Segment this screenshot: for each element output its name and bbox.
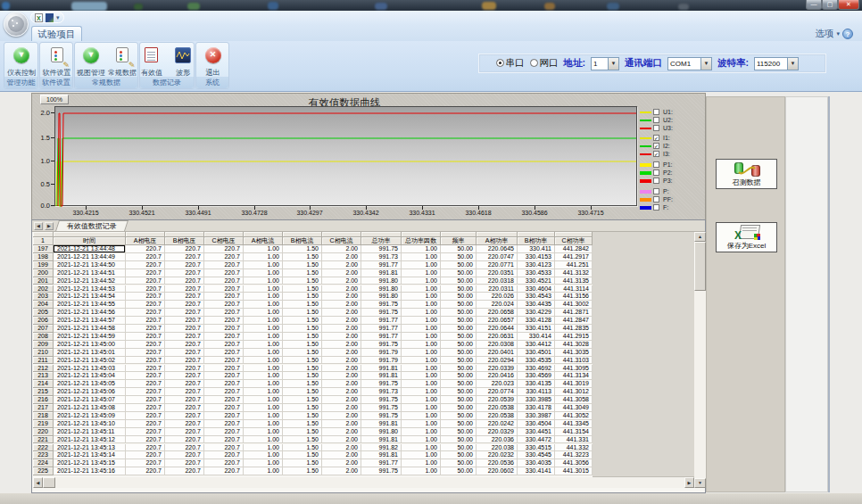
grid-cell[interactable]: 330.4504 xyxy=(518,420,555,428)
grid-cell[interactable]: 50.00 xyxy=(441,349,477,357)
grid-cell[interactable]: 330.4178 xyxy=(518,404,555,412)
grid-cell[interactable]: 50.00 xyxy=(441,467,477,475)
grid-cell[interactable]: 220.7 xyxy=(204,349,244,357)
grid-cell[interactable]: 441.332 xyxy=(555,444,593,452)
help-icon[interactable]: ? xyxy=(842,29,853,39)
grid-cell[interactable]: 2.00 xyxy=(322,444,361,452)
grid-cell[interactable]: 220.7 xyxy=(126,428,165,436)
grid-cell[interactable]: 1.00 xyxy=(402,317,441,325)
grid-cell[interactable]: 220.7 xyxy=(204,325,244,333)
grid-cell[interactable]: 220.0401 xyxy=(477,349,518,357)
grid-cell[interactable]: 441.3058 xyxy=(555,396,593,404)
grid-cell[interactable]: 2021-12-21 13:45:08 xyxy=(54,404,126,412)
grid-cell[interactable]: 220.0536 xyxy=(477,459,518,467)
grid-cell[interactable]: 220.7 xyxy=(204,261,244,269)
excel-icon[interactable]: X xyxy=(35,13,43,22)
ribbon-button-仪表控制[interactable]: ▼仪表控制 xyxy=(6,45,37,78)
grid-cell[interactable]: 220.7 xyxy=(126,317,165,325)
grid-cell[interactable]: 1.50 xyxy=(283,309,322,317)
grid-cell[interactable]: 220.7 xyxy=(165,293,204,301)
grid-cell[interactable]: 441.3012 xyxy=(555,388,593,396)
grid-cell[interactable]: 330.4123 xyxy=(518,261,555,269)
grid-cell[interactable]: 50.00 xyxy=(441,325,477,333)
grid-cell[interactable]: 220.7 xyxy=(204,253,244,261)
grid-cell[interactable]: 1.50 xyxy=(283,277,322,285)
tab-test-project[interactable]: 试验项目 xyxy=(31,26,82,41)
grid-cell[interactable]: 1.00 xyxy=(402,420,441,428)
grid-cell[interactable]: 330.4569 xyxy=(518,372,555,380)
grid-cell[interactable]: 220.7 xyxy=(126,404,165,412)
grid-cell[interactable]: 1.50 xyxy=(283,301,322,309)
grid-cell[interactable]: 220.7 xyxy=(204,357,244,365)
grid-cell[interactable]: 220.7 xyxy=(165,333,204,341)
grid-cell[interactable]: 220.7 xyxy=(204,372,244,380)
horizontal-scrollbar[interactable] xyxy=(33,477,694,488)
grid-cell[interactable]: 220.7 xyxy=(204,396,244,404)
grid-cell[interactable]: 50.00 xyxy=(441,436,477,444)
grid-cell[interactable]: 50.00 xyxy=(441,357,477,365)
grid-cell[interactable]: 220.7 xyxy=(126,245,165,253)
grid-cell[interactable]: 441.3132 xyxy=(555,269,593,277)
grid-cell[interactable]: 441.3002 xyxy=(555,301,593,309)
grid-cell[interactable]: 330.4451 xyxy=(518,428,555,436)
grid-cell[interactable]: 220.7 xyxy=(126,380,165,388)
grid-cell[interactable]: 1.00 xyxy=(244,293,283,301)
grid-cell[interactable]: 2.00 xyxy=(322,277,361,285)
grid-cell[interactable]: 1.00 xyxy=(244,404,283,412)
grid-cell[interactable]: 2021-12-21 13:44:52 xyxy=(54,277,126,285)
grid-cell[interactable]: 991.81 xyxy=(361,269,402,277)
grid-cell[interactable]: 220.7 xyxy=(126,285,165,293)
grid-cell[interactable]: 220.7 xyxy=(204,444,244,452)
grid-cell[interactable]: 220.7 xyxy=(204,285,244,293)
grid-cell[interactable]: 220.0747 xyxy=(477,253,518,261)
grid-cell[interactable]: 2021-12-21 13:45:14 xyxy=(54,451,126,459)
grid-cell[interactable]: 1.00 xyxy=(402,451,441,459)
grid-cell[interactable]: 2021-12-21 13:44:54 xyxy=(54,293,126,301)
grid-cell[interactable]: 991.75 xyxy=(361,380,402,388)
grid-cell[interactable]: 220.7 xyxy=(165,301,204,309)
legend-checkbox[interactable]: ✓ xyxy=(653,135,659,141)
grid-cell[interactable]: 220.7 xyxy=(126,388,165,396)
grid-cell[interactable]: 441.3056 xyxy=(555,459,593,467)
grid-cell[interactable]: 1.00 xyxy=(244,277,283,285)
grid-cell[interactable]: 220.0602 xyxy=(477,467,518,475)
grid-cell[interactable]: 220.7 xyxy=(165,277,204,285)
grid-cell[interactable]: 991.75 xyxy=(361,396,402,404)
grid-cell[interactable]: 991.80 xyxy=(361,428,402,436)
ribbon-button-退出[interactable]: ✕退出 xyxy=(198,45,228,78)
grid-cell[interactable]: 50.00 xyxy=(441,277,477,285)
grid-cell[interactable]: 441.3103 xyxy=(555,357,593,365)
grid-cell[interactable]: 2.00 xyxy=(322,451,361,459)
grid-cell[interactable]: 330.4501 xyxy=(518,349,555,357)
grid-cell[interactable]: 220.0232 xyxy=(477,451,518,459)
grid-cell[interactable]: 50.00 xyxy=(441,404,477,412)
grid-cell[interactable]: 330.4141 xyxy=(518,467,555,475)
fetch-data-button[interactable]: 召测数据 xyxy=(716,159,777,189)
grid-cell[interactable]: 330.4604 xyxy=(518,285,555,293)
grid-cell[interactable]: 1.00 xyxy=(402,293,441,301)
grid-cell[interactable]: 220.7 xyxy=(165,412,204,420)
grid-cell[interactable]: 2.00 xyxy=(322,365,361,373)
grid-cell[interactable]: 220.7 xyxy=(165,444,204,452)
grid-cell[interactable]: 2.00 xyxy=(322,261,361,269)
grid-cell[interactable]: 1.50 xyxy=(283,396,322,404)
grid-cell[interactable]: 2021-12-21 13:44:58 xyxy=(54,325,126,333)
grid-cell[interactable]: 50.00 xyxy=(441,253,477,261)
grid-cell[interactable]: 220.7 xyxy=(204,341,244,349)
grid-cell[interactable]: 2.00 xyxy=(322,245,361,253)
grid-cell[interactable]: 441.3035 xyxy=(555,349,593,357)
grid-cell[interactable]: 991.81 xyxy=(361,420,402,428)
grid-cell[interactable]: 2021-12-21 13:45:05 xyxy=(54,380,126,388)
grid-cell[interactable]: 220.0351 xyxy=(477,269,518,277)
grid-cell[interactable]: 220.7 xyxy=(204,380,244,388)
ribbon-button-波形[interactable]: 波形 xyxy=(168,45,198,78)
grid-cell[interactable]: 220.7 xyxy=(126,333,165,341)
grid-cell[interactable]: 2.00 xyxy=(322,301,361,309)
grid-cell[interactable]: 220.7 xyxy=(204,301,244,309)
grid-cell[interactable]: 220.0311 xyxy=(477,285,518,293)
tab-scroll-right-icon[interactable]: ▶ xyxy=(45,222,54,230)
grid-cell[interactable]: 1.50 xyxy=(283,333,322,341)
grid-cell[interactable]: 330.414 xyxy=(518,333,555,341)
grid-cell[interactable]: 330.4035 xyxy=(518,459,555,467)
grid-cell[interactable]: 220.7 xyxy=(126,396,165,404)
